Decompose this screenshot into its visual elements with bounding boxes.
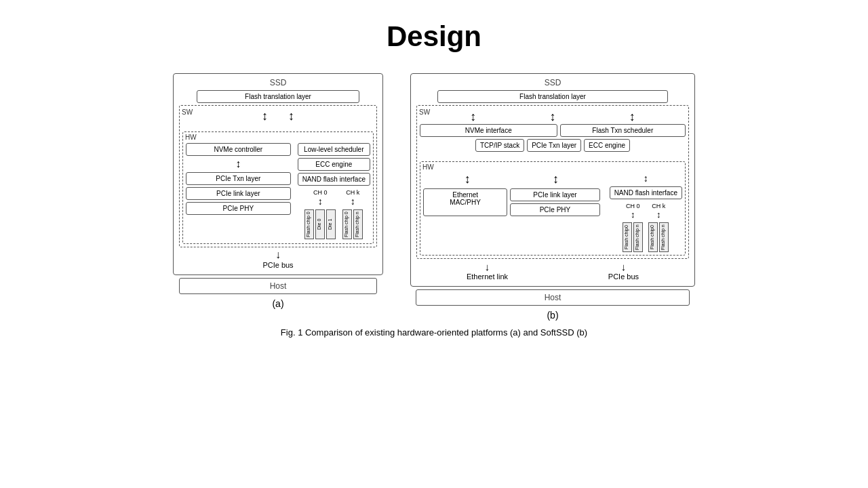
arrow-pcie-b-down: ↓ [621, 261, 627, 272]
diagram-b-label: (b) [547, 310, 558, 321]
diagram-b-flash-txn: Flash Txn scheduler [560, 124, 686, 137]
diagram-b-channels: CH 0 ↕ Flash chip0 Flash chip n CH k [623, 203, 669, 252]
diagram-a-pcie-bus-label: PCIe bus [262, 261, 293, 269]
diagram-b-sw-block: SW ↕ ↕ ↕ NVMe interface Flash Txn schedu… [416, 105, 689, 259]
diagram-a-hw-label: HW [185, 134, 197, 141]
arrow-eth-down: ↓ [485, 261, 490, 272]
arrow-b-hw2: ↕ [553, 173, 559, 185]
diagram-b-ssd-title: SSD [416, 78, 689, 87]
diagram-b-nvme: NVMe interface [420, 124, 557, 137]
chip-b4: Flash chip n [659, 222, 669, 252]
diagram-a-right-col: Low-level scheduler ECC engine NAND flas… [298, 143, 370, 239]
diagram-b-ssd: SSD Flash translation layer SW ↕ ↕ ↕ NVM… [410, 73, 695, 287]
diagram-b-pcie-phy: PCIe PHY [510, 203, 599, 216]
chip-b2: Flash chip n [633, 222, 643, 252]
diagram-a-ecc: ECC engine [298, 158, 370, 171]
diagram-b-ch0: CH 0 ↕ Flash chip0 Flash chip n [623, 203, 643, 252]
arrow-ch0: ↕ [318, 196, 323, 207]
diagram-a-ftl: Flash translation layer [197, 90, 359, 103]
chip-a4: Flash chip 0 [342, 209, 352, 239]
diagram-a-hw-block: HW NVMe controller ↕ PCIe Txn layer PCIe… [182, 131, 374, 244]
chip-a5: Flash chip n [353, 209, 363, 239]
diagram-b-tcp: TCP/IP stack [475, 139, 524, 152]
diagram-a-sw-label: SW [182, 108, 193, 116]
diagram-b-chips-chk: Flash chip0 Flash chip n [648, 222, 669, 252]
diagram-b-row2: NVMe interface Flash Txn scheduler [420, 124, 686, 137]
diagrams-container: SSD Flash translation layer SW ↕ ↕ HW [173, 73, 695, 321]
diagram-a-chk: CH k ↕ Flash chip 0 Flash chip n [342, 189, 363, 239]
diagram-a-sw-hw: SW ↕ ↕ HW NVMe controller ↕ PCIe Txn lay… [179, 105, 377, 247]
arrow-b-hw1: ↕ [465, 173, 471, 185]
diagram-a-ssd: SSD Flash translation layer SW ↕ ↕ HW [173, 73, 383, 275]
arrow-sw2: ↕ [288, 110, 294, 122]
diagram-b-wrapper: SSD Flash translation layer SW ↕ ↕ ↕ NVM… [410, 73, 695, 321]
chip-a2: Die 0 [315, 209, 325, 239]
arrow-b-nand: ↕ [644, 173, 648, 184]
arrow-b-ch0: ↕ [631, 209, 635, 220]
diagram-b-chips-ch0: Flash chip0 Flash chip n [623, 222, 643, 252]
diagram-a-pcie-phy: PCIe PHY [186, 202, 291, 215]
diagram-b-ftl: Flash translation layer [437, 90, 668, 103]
diagram-b-sw-label: SW [419, 108, 430, 116]
diagram-a-ssd-title: SSD [179, 78, 377, 87]
diagram-a-channels: CH 0 ↕ Flash chip 0 Die 0 Die 1 [298, 189, 370, 239]
diagram-b-pcie-bus-label: PCIe bus [608, 272, 639, 281]
arrow-b-sw2: ↕ [549, 110, 555, 123]
diagram-b-left-hw: ↕ ↕ Ethernet MAC/PHY PCIe link layer PCI… [423, 173, 600, 216]
diagram-b-host: Host [416, 289, 690, 306]
diagram-a-ch0-label: CH 0 [313, 189, 328, 196]
chip-b1: Flash chip0 [623, 222, 632, 252]
diagram-a-ftl-row: Flash translation layer [179, 90, 377, 103]
diagram-b-ftl-row: Flash translation layer [416, 90, 689, 103]
diagram-a-chips-ch0: Flash chip 0 Die 0 Die 1 [304, 209, 336, 239]
page-title: Design [387, 20, 481, 53]
diagram-b-pcie-link: PCIe link layer [510, 188, 599, 201]
chip-b3: Flash chip0 [648, 222, 658, 252]
diagram-b-hw-block: HW ↕ ↕ Ethernet MAC/PHY [420, 161, 686, 256]
diagram-a-label: (a) [272, 298, 283, 309]
diagram-b-bus-row: ↓ Ethernet link ↓ PCIe bus [416, 261, 689, 281]
arrow-sw1: ↕ [262, 110, 268, 122]
arrow-b-sw1: ↕ [470, 110, 476, 123]
diagram-b-pcie-txn: PCIe Txn layer [527, 139, 581, 152]
diagram-a-pcie-bus-row: ↓ PCIe bus [179, 249, 377, 269]
diagram-b-ch0-label: CH 0 [626, 203, 640, 209]
diagram-b-row3: TCP/IP stack PCIe Txn layer ECC engine [420, 139, 686, 152]
arrow-pcie-down: ↓ [275, 249, 281, 261]
diagram-b-pcie-bus: ↓ PCIe bus [608, 261, 639, 281]
chip-a3: Die 1 [326, 209, 336, 239]
diagram-b-chk: CH k ↕ Flash chip0 Flash chip n [648, 203, 669, 252]
figure-caption: Fig. 1 Comparison of existing hardware-o… [281, 327, 587, 338]
diagram-b-eth-link: ↓ Ethernet link [467, 261, 508, 281]
chip-a1: Flash chip 0 [304, 209, 314, 239]
arrow-nvme: ↕ [186, 158, 291, 170]
diagram-a-wrapper: SSD Flash translation layer SW ↕ ↕ HW [173, 73, 383, 309]
diagram-a-pcie-link: PCIe link layer [186, 187, 291, 200]
diagram-b-chk-label: CH k [652, 203, 665, 209]
diagram-a-pcie-txn: PCIe Txn layer [186, 172, 291, 185]
diagram-a-ch0: CH 0 ↕ Flash chip 0 Die 0 Die 1 [304, 189, 336, 239]
arrow-b-chk: ↕ [656, 209, 661, 220]
diagram-b-eth-label: Ethernet link [467, 272, 508, 281]
diagram-a-left-col: NVMe controller ↕ PCIe Txn layer PCIe li… [186, 143, 291, 239]
diagram-a-host: Host [179, 278, 377, 294]
diagram-a-chips-chk: Flash chip 0 Flash chip n [342, 209, 363, 239]
diagram-b-hw-label: HW [422, 163, 434, 171]
diagram-a-chk-label: CH k [346, 189, 359, 196]
diagram-b-nand: NAND flash interface [610, 186, 682, 199]
diagram-a-nand: NAND flash interface [298, 173, 370, 186]
diagram-b-right-hw: ↕ NAND flash interface CH 0 ↕ Flash chip… [610, 173, 682, 252]
diagram-a-scheduler: Low-level scheduler [298, 143, 370, 156]
arrow-b-sw3: ↕ [629, 110, 635, 123]
arrow-chk: ↕ [351, 196, 355, 207]
diagram-b-ethernet: Ethernet MAC/PHY [423, 188, 507, 216]
diagram-b-ecc: ECC engine [584, 139, 630, 152]
diagram-a-nvme: NVMe controller [186, 143, 291, 156]
